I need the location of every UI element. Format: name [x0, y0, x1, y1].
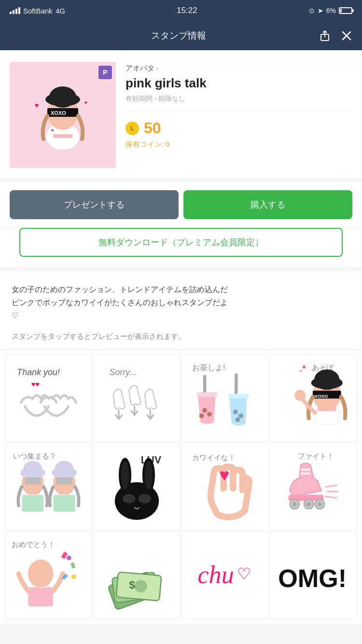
- free-download-wrap: 無料ダウンロード（プレミアム会員限定）: [0, 228, 362, 266]
- sticker-1[interactable]: Thank you! ♥♥: [5, 355, 92, 442]
- svg-rect-24: [228, 393, 249, 398]
- sticker-9[interactable]: おめでとう！: [5, 532, 92, 619]
- status-left: SoftBank 4G: [10, 7, 65, 15]
- svg-text:カワイイな！: カワイイな！: [192, 454, 236, 462]
- network-type: 4G: [56, 7, 65, 15]
- svg-point-54: [121, 461, 129, 489]
- sticker-grid: Thank you! ♥♥ Sorry...: [0, 350, 362, 624]
- present-button[interactable]: プレゼントする: [10, 190, 179, 219]
- svg-text:♥: ♥: [84, 100, 87, 105]
- svg-point-69: [318, 502, 322, 506]
- svg-point-38: [294, 390, 306, 401]
- free-download-button[interactable]: 無料ダウンロード（プレミアム会員限定）: [19, 228, 343, 257]
- description-text: 女の子のためのファッション、トレンドアイテムを詰め込んだ ピンクでポップなカワイ…: [12, 283, 350, 322]
- svg-text:chu: chu: [197, 560, 234, 588]
- battery-icon: [339, 7, 352, 14]
- svg-point-47: [55, 461, 74, 476]
- svg-line-72: [325, 496, 337, 498]
- page-title: スタンプ情報: [39, 29, 319, 42]
- price-row: L 50: [125, 119, 352, 137]
- nav-actions: [319, 29, 352, 42]
- svg-text:♥: ♥: [35, 101, 39, 109]
- svg-point-67: [306, 502, 311, 506]
- nav-bar: スタンプ情報: [0, 21, 362, 50]
- time-display: 15:22: [177, 6, 197, 15]
- price-amount: 50: [144, 119, 161, 137]
- product-section: XOXO ♥ ♥ ♥ P アオバタ › pink: [0, 50, 362, 178]
- sticker-3[interactable]: お茶しよ!: [181, 355, 269, 442]
- sticker-4[interactable]: あそぼ XOXO: [270, 355, 357, 442]
- preview-hint: スタンプをタップするとプレビューが表示されます。: [12, 332, 350, 341]
- svg-point-20: [202, 408, 207, 413]
- svg-text:Thank you!: Thank you!: [17, 367, 60, 377]
- sticker-12[interactable]: OMG!: [270, 532, 357, 619]
- svg-text:XOXO: XOXO: [51, 110, 66, 116]
- svg-rect-48: [56, 477, 72, 485]
- creator-name: アオバタ: [125, 64, 154, 73]
- status-right: ⊙ ➤ 6%: [309, 7, 352, 14]
- sticker-11[interactable]: chu ♡: [181, 532, 269, 619]
- svg-text:♥♥: ♥♥: [31, 380, 40, 388]
- svg-rect-75: [28, 587, 53, 607]
- svg-point-74: [28, 559, 53, 588]
- validity: 有効期間 - 期限なし: [125, 95, 352, 112]
- description-section: 女の子のためのファッション、トレンドアイテムを詰め込んだ ピンクでポップなカワイ…: [0, 271, 362, 349]
- svg-point-65: [292, 502, 297, 506]
- svg-point-80: [67, 555, 71, 560]
- creator-arrow-icon: ›: [156, 65, 159, 72]
- svg-point-7: [49, 86, 76, 108]
- svg-point-58: [139, 494, 151, 504]
- svg-point-12: [53, 120, 63, 127]
- sticker-7[interactable]: カワイイな！: [181, 443, 269, 531]
- sticker-5[interactable]: いつ集まる？: [5, 443, 92, 531]
- svg-point-35: [314, 369, 339, 390]
- product-name: pink girls talk: [125, 76, 352, 91]
- svg-line-70: [325, 485, 337, 487]
- svg-point-22: [199, 413, 204, 418]
- share-button[interactable]: [319, 29, 331, 42]
- premium-badge: P: [98, 66, 112, 79]
- svg-text:$: $: [129, 578, 135, 591]
- buy-button[interactable]: 購入する: [183, 190, 352, 219]
- close-button[interactable]: [341, 30, 352, 42]
- sticker-2[interactable]: Sorry...: [93, 355, 181, 442]
- svg-point-42: [23, 461, 42, 476]
- product-image-wrap: XOXO ♥ ♥ ♥ P: [10, 62, 116, 168]
- svg-point-79: [71, 574, 76, 579]
- svg-text:お茶しよ!: お茶しよ!: [192, 363, 225, 371]
- sticker-8[interactable]: ファイト！: [270, 443, 357, 531]
- svg-rect-44: [22, 494, 44, 512]
- svg-point-25: [233, 409, 238, 414]
- navigation-icon: ➤: [318, 7, 323, 14]
- carrier-label: SoftBank: [23, 7, 53, 15]
- svg-point-26: [238, 413, 243, 418]
- svg-rect-19: [197, 392, 217, 397]
- svg-rect-43: [25, 477, 41, 485]
- svg-text:おめでとう！: おめでとう！: [12, 540, 55, 548]
- main-content: XOXO ♥ ♥ ♥ P アオバタ › pink: [0, 50, 362, 644]
- location-icon: ⊙: [309, 7, 315, 14]
- svg-text:♥: ♥: [51, 128, 54, 133]
- svg-point-21: [207, 412, 212, 417]
- svg-text:Sorry...: Sorry...: [109, 367, 136, 377]
- svg-text:いつ集まる？: いつ集まる？: [13, 452, 56, 460]
- sticker-10[interactable]: $: [93, 532, 181, 619]
- svg-text:XOXO: XOXO: [314, 393, 328, 398]
- svg-text:OMG!: OMG!: [278, 564, 347, 592]
- sticker-6[interactable]: LUV: [93, 443, 181, 531]
- battery-percent: 6%: [326, 7, 336, 14]
- svg-text:♡: ♡: [237, 564, 251, 582]
- svg-point-30: [300, 370, 302, 372]
- coin-icon: L: [125, 122, 139, 135]
- action-buttons: プレゼントする 購入する: [0, 182, 362, 227]
- svg-point-29: [303, 365, 306, 369]
- signal-icon: [10, 7, 20, 14]
- svg-text:ファイト！: ファイト！: [298, 452, 334, 460]
- product-details: アオバタ › pink girls talk 有効期間 - 期限なし L 50 …: [125, 62, 352, 149]
- svg-rect-77: [70, 562, 75, 568]
- svg-rect-3: [53, 134, 72, 138]
- svg-rect-49: [53, 494, 75, 512]
- status-bar: SoftBank 4G 15:22 ⊙ ➤ 6%: [0, 0, 362, 21]
- creator-row[interactable]: アオバタ ›: [125, 64, 352, 73]
- svg-point-56: [145, 461, 153, 489]
